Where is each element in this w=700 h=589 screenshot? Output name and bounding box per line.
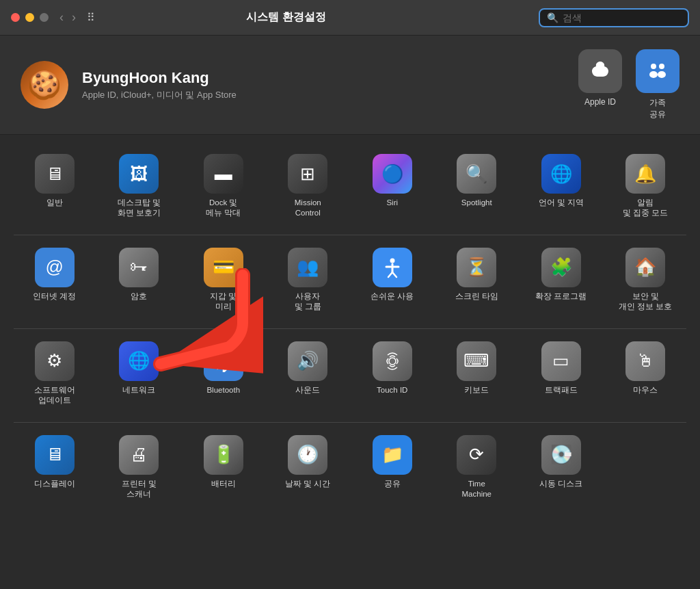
grid-item-printer[interactable]: 🖨프린터 및스캐너 [98, 430, 180, 505]
profile-section: 🍪 ByungHoon Kang Apple ID, iCloud+, 미디어 … [0, 36, 700, 135]
grid-item-sharing[interactable]: 📁공유 [351, 430, 433, 505]
notifications-label: 알림및 집중 모드 [623, 198, 668, 218]
grid-item-wallet[interactable]: 💳지갑 및미리 [183, 242, 265, 317]
search-icon: 🔍 [547, 12, 558, 23]
software-label: 소프트웨어업데이트 [34, 385, 75, 406]
grid-item-bluetooth[interactable]: Bluetooth [183, 336, 265, 411]
grid-item-spotlight[interactable]: 🔍Spotlight [436, 148, 518, 224]
bluetooth-icon [204, 341, 243, 381]
wallet-label: 지갑 및미리 [210, 291, 237, 312]
avatar: 🍪 [21, 61, 68, 109]
grid-item-software[interactable]: ⚙소프트웨어업데이트 [14, 336, 96, 411]
apple-id-icon [578, 49, 622, 93]
grid-item-trackpad[interactable]: ▭트랙패드 [520, 336, 602, 411]
password-label: 암호 [131, 291, 147, 302]
sharing-icon: 📁 [373, 435, 412, 475]
grid-item-dock[interactable]: ▬Dock 및메뉴 막대 [183, 148, 265, 224]
svg-point-3 [658, 71, 666, 78]
profile-name: ByungHoon Kang [82, 69, 237, 87]
grid-item-security[interactable]: 🏠보안 및개인 정보 보호 [605, 242, 687, 317]
grid-item-accessibility[interactable]: 손쉬운 사용 [351, 242, 433, 317]
grid-item-touchid[interactable]: Touch ID [351, 336, 433, 411]
grid-item-internet[interactable]: @인터넷 계정 [14, 242, 96, 317]
extensions-label: 확장 프로그램 [535, 291, 587, 302]
grid-item-password[interactable]: 🗝암호 [98, 242, 180, 317]
svg-point-0 [651, 64, 656, 69]
datetime-icon: 🕐 [288, 435, 327, 475]
grid-item-datetime[interactable]: 🕐날짜 및 시간 [267, 430, 349, 505]
grid-icon: ⠿ [87, 11, 95, 24]
close-button[interactable] [11, 13, 20, 22]
family-sharing-icon [636, 49, 679, 93]
grid-item-keyboard[interactable]: ⌨키보드 [436, 336, 518, 411]
language-label: 언어 및 지역 [539, 198, 584, 208]
extensions-icon: 🧩 [541, 248, 581, 287]
internet-label: 인터넷 계정 [33, 291, 76, 302]
screentime-label: 스크린 타임 [455, 291, 498, 302]
password-icon: 🗝 [119, 248, 159, 287]
grid-item-timemachine[interactable]: ⟳TimeMachine [436, 430, 518, 505]
grid-item-users[interactable]: 👥사용자및 그룹 [267, 242, 349, 317]
grid-item-network[interactable]: 🌐네트워크 [98, 336, 180, 411]
trackpad-label: 트랙패드 [545, 385, 578, 395]
grid-item-sound[interactable]: 🔊사운드 [267, 336, 349, 411]
grid-item-display[interactable]: 🖥디스플레이 [14, 430, 96, 505]
back-button[interactable]: ‹ [57, 10, 66, 25]
grid-item-general[interactable]: 🖥일반 [14, 148, 96, 224]
timemachine-label: TimeMachine [462, 479, 492, 499]
sound-icon: 🔊 [288, 341, 327, 381]
grid-item-notifications[interactable]: 🔔알림및 집중 모드 [605, 148, 687, 224]
svg-point-4 [390, 258, 394, 263]
forward-button[interactable]: › [69, 10, 79, 25]
printer-icon: 🖨 [119, 435, 159, 475]
grid-item-battery[interactable]: 🔋배터리 [183, 430, 265, 505]
sharing-label: 공유 [384, 479, 401, 489]
software-icon: ⚙ [35, 341, 75, 381]
main-content: 🖥일반🖼데스크탑 및화면 보호기▬Dock 및메뉴 막대⊞MissionCont… [0, 135, 700, 523]
apple-id-item[interactable]: Apple ID [578, 49, 622, 120]
grid-item-mouse[interactable]: 🖱마우스 [605, 336, 687, 411]
siri-icon: 🔵 [373, 154, 412, 194]
grid-row-0: 🖥일반🖼데스크탑 및화면 보호기▬Dock 및메뉴 막대⊞MissionCont… [14, 148, 686, 224]
svg-point-9 [389, 358, 396, 365]
maximize-button[interactable] [40, 13, 49, 22]
grid-divider-1 [14, 328, 686, 329]
spotlight-label: Spotlight [461, 198, 492, 208]
search-input[interactable] [563, 12, 681, 23]
family-sharing-item[interactable]: 가족공유 [636, 49, 679, 120]
display-icon: 🖥 [35, 435, 75, 475]
keyboard-label: 키보드 [464, 385, 489, 395]
family-label: 가족공유 [649, 97, 666, 120]
apple-id-label: Apple ID [584, 97, 616, 107]
general-icon: 🖥 [35, 154, 75, 194]
display-label: 디스플레이 [34, 479, 75, 489]
users-icon: 👥 [288, 248, 327, 287]
accessibility-icon [373, 248, 412, 287]
desktop-icon: 🖼 [119, 154, 159, 194]
titlebar: ‹ › ⠿ 시스템 환경설정 🔍 [0, 0, 700, 36]
grid-row-3: 🖥디스플레이🖨프린터 및스캐너🔋배터리🕐날짜 및 시간📁공유⟳TimeMachi… [14, 430, 686, 505]
dock-label: Dock 및메뉴 막대 [206, 198, 241, 218]
grid-item-startup[interactable]: 💽시동 디스크 [520, 430, 602, 505]
startup-label: 시동 디스크 [539, 479, 582, 489]
minimize-button[interactable] [25, 13, 34, 22]
search-box[interactable]: 🔍 [539, 8, 689, 27]
siri-label: Siri [386, 198, 398, 208]
grid-section: 🖥일반🖼데스크탑 및화면 보호기▬Dock 및메뉴 막대⊞MissionCont… [0, 135, 700, 523]
svg-line-8 [392, 272, 396, 277]
network-label: 네트워크 [122, 385, 155, 395]
internet-icon: @ [35, 248, 75, 287]
touchid-icon [373, 341, 412, 381]
grid-item-siri[interactable]: 🔵Siri [351, 148, 433, 224]
grid-item-mission[interactable]: ⊞MissionControl [267, 148, 349, 224]
grid-item-screentime[interactable]: ⏳스크린 타임 [436, 242, 518, 317]
mouse-label: 마우스 [633, 385, 658, 395]
grid-item-language[interactable]: 🌐언어 및 지역 [520, 148, 602, 224]
trackpad-icon: ▭ [541, 341, 581, 381]
grid-item-desktop[interactable]: 🖼데스크탑 및화면 보호기 [98, 148, 180, 224]
grid-item-extensions[interactable]: 🧩확장 프로그램 [520, 242, 602, 317]
startup-icon: 💽 [541, 435, 581, 475]
window-controls [11, 13, 49, 22]
nav-buttons: ‹ › [57, 10, 79, 25]
printer-label: 프린터 및스캐너 [122, 479, 157, 499]
